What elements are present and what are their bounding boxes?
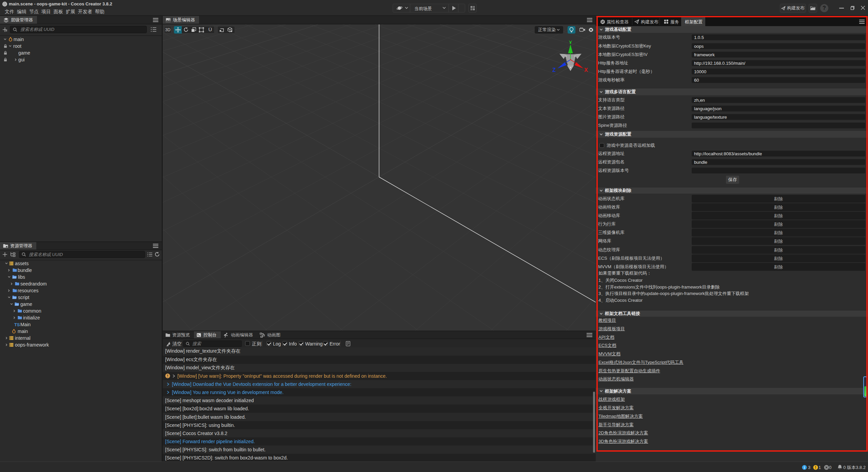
svg-text:Z: Z xyxy=(552,67,556,73)
svg-text:X: X xyxy=(584,67,588,73)
